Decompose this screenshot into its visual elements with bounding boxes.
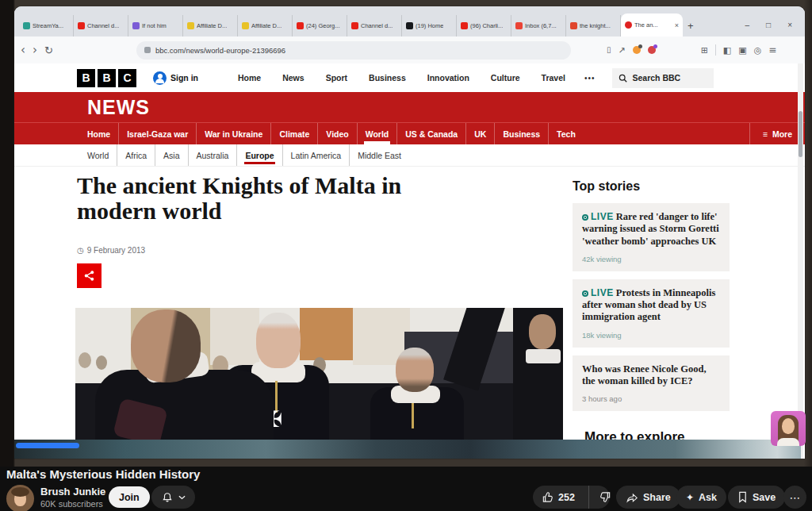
browser-tab-active[interactable]: The an... ×: [621, 13, 683, 36]
phone-hub-icon[interactable]: ▯: [607, 46, 611, 54]
channel-name[interactable]: Brush Junkie: [40, 486, 105, 498]
window-minimize-button[interactable]: –: [745, 21, 750, 29]
window-close-button[interactable]: ×: [787, 21, 792, 29]
split-screen-icon[interactable]: ◧: [723, 46, 731, 55]
forward-icon[interactable]: ›: [33, 44, 37, 56]
share-button[interactable]: Share: [616, 486, 680, 509]
pnav-more-button[interactable]: ≡ More: [749, 123, 805, 144]
hamburger-icon: ≡: [763, 129, 768, 139]
youtube-favicon: [461, 22, 468, 29]
youtube-favicon: [78, 22, 85, 29]
browser-tab[interactable]: Channel d...: [74, 15, 128, 36]
search-bbc-button[interactable]: Search BBC: [612, 68, 714, 88]
notifications-button[interactable]: [151, 486, 195, 509]
scrollbar-thumb[interactable]: [799, 111, 802, 157]
live-icon: [582, 214, 588, 221]
bbc-logo[interactable]: C: [118, 69, 136, 87]
pnav-climate[interactable]: Climate: [270, 123, 317, 144]
photo-center-knight-head: [256, 313, 301, 368]
story-title: Who was Renee Nicole Good, the woman kil…: [582, 363, 707, 386]
snav-africa[interactable]: Africa: [117, 144, 155, 166]
avatar-hair: [11, 487, 29, 497]
snav-world[interactable]: World: [79, 144, 117, 166]
highlight-icon[interactable]: ◎: [754, 46, 762, 55]
browser-tab[interactable]: the knight...: [566, 15, 621, 36]
browser-tab[interactable]: Affiliate D...: [238, 15, 293, 36]
pnav-israel-gaza[interactable]: Israel-Gaza war: [118, 123, 196, 144]
save-button[interactable]: Save: [728, 486, 785, 509]
browser-tab[interactable]: (24) Georg...: [293, 15, 347, 36]
browser-tab[interactable]: (96) Charli...: [457, 15, 511, 36]
snav-middle-east[interactable]: Middle East: [349, 144, 409, 166]
nav-link-business[interactable]: Business: [369, 73, 406, 83]
embedded-video-progress-bar[interactable]: [16, 443, 79, 448]
ask-button[interactable]: ✦ Ask: [676, 486, 726, 509]
join-button[interactable]: Join: [109, 486, 150, 508]
pnav-business[interactable]: Business: [494, 123, 548, 144]
story-card-renee-good[interactable]: Who was Renee Nicole Good, the woman kil…: [573, 355, 730, 412]
bbc-logo[interactable]: B: [98, 69, 116, 87]
news-logo[interactable]: NEWS: [87, 96, 150, 119]
site-info-icon[interactable]: [144, 47, 151, 53]
more-actions-button[interactable]: ⋯: [783, 486, 806, 509]
bell-icon: [162, 492, 173, 503]
article-headline: The ancient Knights of Malta in modern w…: [77, 173, 458, 224]
video-frame[interactable]: StreamYa... Channel d... If not him Affi…: [0, 0, 812, 467]
pnav-uk[interactable]: UK: [465, 123, 494, 144]
reddit-favicon: [570, 22, 577, 29]
address-bar[interactable]: bbc.com/news/world-europe-21396696: [136, 41, 571, 60]
bbc-page: B B C Sign in Home News Sport Business I…: [14, 63, 805, 459]
back-icon[interactable]: ‹: [21, 44, 25, 56]
article-share-button[interactable]: [77, 263, 102, 288]
photo-gold-chain: [412, 403, 414, 428]
browser-tab[interactable]: If not him: [128, 15, 183, 36]
photo-bg-head: [79, 352, 91, 368]
snav-asia[interactable]: Asia: [155, 144, 187, 166]
browser-tab[interactable]: StreamYa...: [19, 15, 74, 36]
browser-tab[interactable]: Affiliate D...: [183, 15, 238, 36]
youtube-favicon: [297, 22, 304, 29]
pnav-world-selected[interactable]: World: [357, 123, 397, 144]
nav-link-news[interactable]: News: [282, 73, 304, 83]
pnav-tech[interactable]: Tech: [548, 123, 584, 144]
browser-tab[interactable]: Inbox (6,7...: [511, 15, 566, 36]
photo-edge-head: [529, 314, 556, 349]
nav-more-button[interactable]: •••: [584, 74, 596, 83]
picture-in-picture-icon[interactable]: ▣: [738, 46, 746, 55]
channel-avatar[interactable]: [6, 485, 34, 511]
tab-close-icon[interactable]: ×: [675, 21, 679, 29]
reload-icon[interactable]: ↻: [44, 45, 53, 56]
extension-icon[interactable]: [648, 46, 656, 54]
browser-tab[interactable]: Channel d...: [347, 15, 402, 36]
snav-australia[interactable]: Australia: [188, 144, 237, 166]
new-tab-button[interactable]: +: [688, 20, 694, 32]
photo-edge-collar: [526, 349, 561, 363]
bbc-news-banner: NEWS: [14, 92, 805, 122]
bird-favicon: [242, 22, 249, 29]
window-maximize-button[interactable]: □: [766, 21, 771, 29]
story-card-storm-goretti[interactable]: LIVE Rare red 'danger to life' warning i…: [573, 203, 730, 271]
pnav-us-canada[interactable]: US & Canada: [396, 123, 465, 144]
pnav-home[interactable]: Home: [79, 123, 118, 144]
browser-tab[interactable]: (19) Home: [402, 15, 457, 36]
share-page-icon[interactable]: ↗: [618, 46, 625, 55]
nav-link-innovation[interactable]: Innovation: [427, 73, 469, 83]
share-icon: [83, 270, 95, 282]
story-card-minneapolis[interactable]: LIVE Protests in Minneapolis after woman…: [573, 279, 730, 348]
snav-europe-selected[interactable]: Europe: [236, 144, 282, 166]
pnav-video[interactable]: Video: [317, 123, 356, 144]
nav-link-culture[interactable]: Culture: [491, 73, 520, 83]
bbc-logo[interactable]: B: [77, 69, 95, 87]
nav-link-sport[interactable]: Sport: [326, 73, 347, 83]
sign-in-button[interactable]: Sign in: [153, 71, 198, 85]
tab-groups-icon[interactable]: ⊞: [701, 46, 708, 55]
nav-link-travel[interactable]: Travel: [542, 73, 565, 83]
extension-icon[interactable]: [633, 46, 641, 54]
nav-link-home[interactable]: Home: [238, 73, 261, 83]
pnav-war-ukraine[interactable]: War in Ukraine: [196, 123, 270, 144]
browser-menu-icon[interactable]: ≡: [768, 45, 776, 55]
like-button[interactable]: 252: [533, 486, 584, 509]
snav-latin-america[interactable]: Latin America: [282, 144, 350, 166]
video-title: Malta's Mysterious Hidden History: [6, 467, 200, 481]
url-text: bbc.com/news/world-europe-21396696: [155, 46, 285, 55]
